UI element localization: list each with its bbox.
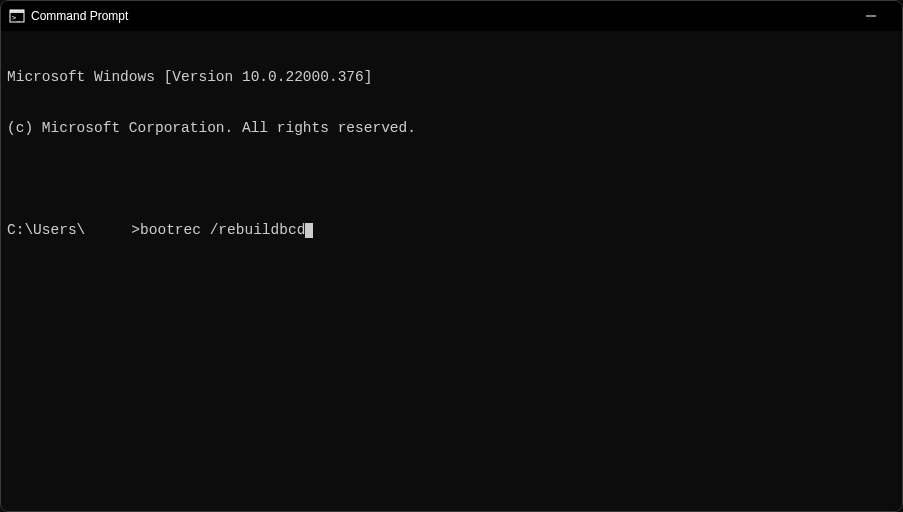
svg-rect-1 bbox=[10, 10, 24, 13]
prompt-suffix: > bbox=[131, 222, 140, 238]
prompt-command: bootrec /rebuildbcd bbox=[140, 222, 305, 238]
prompt-path-prefix: C:\Users\ bbox=[7, 222, 85, 238]
svg-text:>_: >_ bbox=[12, 14, 21, 22]
minimize-button[interactable] bbox=[848, 1, 894, 31]
prompt-username-redacted bbox=[85, 224, 131, 237]
terminal-header-line: Microsoft Windows [Version 10.0.22000.37… bbox=[7, 69, 896, 86]
command-prompt-icon: >_ bbox=[9, 8, 25, 24]
terminal-cursor bbox=[305, 223, 313, 238]
command-prompt-window: >_ Command Prompt Microsoft Windows [Ver… bbox=[0, 0, 903, 512]
terminal-blank-line bbox=[7, 171, 896, 188]
terminal-copyright-line: (c) Microsoft Corporation. All rights re… bbox=[7, 120, 896, 137]
window-title: Command Prompt bbox=[31, 9, 128, 23]
terminal-prompt-line: C:\Users\>bootrec /rebuildbcd bbox=[7, 222, 896, 239]
titlebar[interactable]: >_ Command Prompt bbox=[1, 1, 902, 31]
terminal-output[interactable]: Microsoft Windows [Version 10.0.22000.37… bbox=[1, 31, 902, 511]
